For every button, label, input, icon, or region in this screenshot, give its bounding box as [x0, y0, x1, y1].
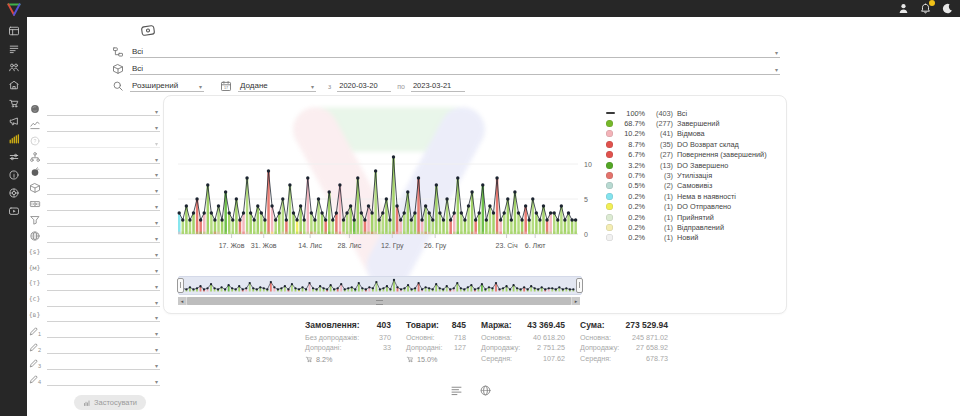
chart-scrollbar[interactable]: ◂ ▸: [178, 297, 580, 305]
filter-panel-rows: ▾▾?▾▾▾▾▾▾▾{s}▾{м}▾{т}▾{с}▾{в}▾1▾2▾3▾4▾: [28, 100, 160, 386]
legend-item-2[interactable]: 10.2%(41)Відмова: [606, 129, 780, 139]
chevron-down-icon: ▾: [151, 268, 160, 274]
filter-dropdown-13[interactable]: ▾: [47, 309, 160, 322]
legend-item-5[interactable]: 3.2%(13)DO Завершено: [606, 160, 780, 170]
legend-label: Самовивіз: [677, 181, 780, 190]
sidebar-item-marketing[interactable]: [6, 115, 21, 126]
legend-item-4[interactable]: 6.7%(27)Повернення (завершений): [606, 150, 780, 160]
legend-dot-marker: [606, 182, 619, 189]
legend-pct: 68.7%: [619, 119, 645, 128]
filter-dropdown-6[interactable]: ▾: [47, 198, 160, 211]
filter-dropdown-4[interactable]: ▾: [47, 166, 160, 179]
filter-dropdown-14[interactable]: ▾: [47, 325, 160, 338]
chevron-down-icon: ▾: [151, 125, 160, 131]
filter-dropdown-17[interactable]: ▾: [47, 373, 160, 386]
sidebar-item-orders-list[interactable]: [6, 43, 21, 54]
legend-item-10[interactable]: 0.2%(1)Прийнятий: [606, 212, 780, 222]
cash-icon: [28, 198, 41, 210]
legend-pct: 0.2%: [619, 192, 645, 201]
sidebar-item-info[interactable]: [6, 169, 21, 180]
svg-text:5: 5: [584, 196, 588, 203]
legend-pct: 0.2%: [619, 233, 645, 242]
calendar-icon: 17: [220, 80, 232, 92]
legend-item-3[interactable]: 8.7%(35)DO Возврат склад: [606, 139, 780, 149]
filter-panel: ▾▾?▾▾▾▾▾▾▾{s}▾{м}▾{т}▾{с}▾{в}▾1▾2▾3▾4▾ З…: [28, 100, 160, 411]
sitemap-icon: [28, 151, 41, 163]
category-select[interactable]: Всі ▾: [130, 43, 780, 58]
legend-dot-marker: [606, 203, 619, 210]
stat-value: 273 529.94: [625, 320, 668, 330]
legend-count: (1): [649, 213, 673, 222]
product-select[interactable]: Всі ▾: [130, 60, 780, 75]
sidebar-item-cart[interactable]: [6, 97, 21, 108]
legend-item-9[interactable]: 0.2%(1)DO Отправлено: [606, 202, 780, 212]
list-view-icon[interactable]: [450, 383, 463, 396]
video-tag-icon[interactable]: [137, 22, 159, 40]
globe-view-icon[interactable]: [479, 383, 492, 396]
legend-item-11[interactable]: 0.2%(1)Відправлений: [606, 222, 780, 232]
filter-dropdown-1[interactable]: ▾: [47, 119, 160, 132]
chart-overview-brush[interactable]: [178, 276, 582, 295]
sidebar-item-customers[interactable]: [6, 61, 21, 72]
legend-label: Прийнятий: [677, 213, 780, 222]
svg-text:23. Січ: 23. Січ: [496, 242, 518, 249]
apply-button[interactable]: Застосувати: [74, 395, 146, 410]
token-icon: {в}: [28, 309, 41, 321]
app-logo-icon[interactable]: [6, 2, 22, 17]
funnel-icon: [28, 214, 41, 226]
sidebar-item-store[interactable]: [6, 79, 21, 90]
date-field-select[interactable]: Додане ▾: [238, 77, 316, 92]
date-to-input[interactable]: 2023-03-21: [411, 77, 465, 92]
stat-sub-label: Допродажу:: [481, 343, 520, 353]
legend-count: (13): [649, 161, 673, 170]
filter-dropdown-15[interactable]: ▾: [47, 341, 160, 354]
scroll-right-icon[interactable]: ▸: [572, 297, 580, 305]
filter-dropdown-5[interactable]: ▾: [47, 182, 160, 195]
filter-dropdown-8[interactable]: ▾: [47, 230, 160, 243]
search-mode-select[interactable]: Розширений ▾: [130, 77, 204, 92]
legend-count: (403): [649, 109, 673, 118]
sidebar-item-analytics[interactable]: [6, 133, 21, 144]
filter-dropdown-3[interactable]: ▾: [47, 151, 160, 164]
legend-item-1[interactable]: 68.7%(277)Завершений: [606, 118, 780, 128]
chevron-down-icon: ▾: [151, 284, 160, 290]
token-icon: {s}: [28, 246, 41, 258]
brush-handle-left[interactable]: [177, 278, 184, 293]
legend-label: Відмова: [677, 129, 780, 138]
notification-badge: [929, 0, 935, 6]
scroll-left-icon[interactable]: ◂: [178, 297, 186, 305]
filter-dropdown-12[interactable]: ▾: [47, 294, 160, 307]
legend-item-7[interactable]: 0.5%(2)Самовивіз: [606, 181, 780, 191]
legend-dot-marker: [606, 224, 619, 231]
product-value: Всі: [132, 64, 143, 73]
filter-dropdown-7[interactable]: ▾: [47, 214, 160, 227]
filter-dropdown-0[interactable]: ▾: [47, 103, 160, 116]
stat-sub-value: 718: [454, 333, 466, 343]
footer-view-toggles: [450, 383, 492, 396]
sidebar-item-settings[interactable]: [6, 151, 21, 162]
chevron-down-icon: ▾: [151, 347, 160, 353]
legend-pct: 0.2%: [619, 202, 645, 211]
legend-item-0[interactable]: 100%(403)Всі: [606, 108, 780, 118]
filter-panel-row-15: 2▾: [28, 338, 160, 354]
filter-dropdown-16[interactable]: ▾: [47, 357, 160, 370]
user-icon[interactable]: [897, 2, 910, 15]
svg-text:31. Жов: 31. Жов: [251, 242, 277, 249]
filter-dropdown-10[interactable]: ▾: [47, 262, 160, 275]
legend-count: (2): [649, 181, 673, 190]
sidebar-item-dashboard[interactable]: [6, 25, 21, 36]
legend-pct: 6.7%: [619, 150, 645, 159]
date-from-input[interactable]: 2020-03-20: [337, 77, 391, 92]
brush-handle-right[interactable]: [576, 278, 583, 293]
legend-item-12[interactable]: 0.2%(1)Новий: [606, 233, 780, 243]
sidebar-item-support[interactable]: [6, 187, 21, 198]
sidebar-item-video[interactable]: [6, 205, 21, 216]
filter-dropdown-9[interactable]: ▾: [47, 246, 160, 259]
filter-dropdown-2[interactable]: ▾: [47, 135, 160, 148]
legend-item-8[interactable]: 0.2%(1)Нема в наявності: [606, 191, 780, 201]
filter-dropdown-11[interactable]: ▾: [47, 278, 160, 291]
notifications-icon[interactable]: [919, 2, 932, 15]
scrollbar-thumb[interactable]: [187, 297, 571, 305]
legend-item-6[interactable]: 0.7%(3)Утилізація: [606, 170, 780, 180]
theme-moon-icon[interactable]: [941, 2, 954, 15]
